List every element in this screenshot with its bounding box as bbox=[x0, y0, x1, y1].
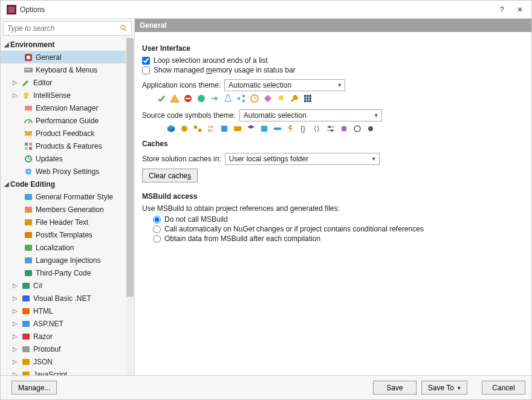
tree-item-c-[interactable]: ▷C# bbox=[1, 279, 134, 292]
tree-item-label: JavaScript bbox=[33, 370, 67, 376]
tree-item-json[interactable]: ▷JSON bbox=[1, 355, 134, 368]
cancel-button[interactable]: Cancel bbox=[482, 381, 525, 395]
tree-item-keyboard[interactable]: Keyboard & Menus bbox=[1, 63, 134, 76]
tree-item-feedback[interactable]: Product Feedback bbox=[1, 127, 134, 140]
svg-rect-21 bbox=[25, 194, 32, 200]
svg-point-43 bbox=[279, 95, 284, 100]
tree-section-code-editing[interactable]: ◢ Code Editing bbox=[1, 178, 134, 190]
tree-item-products[interactable]: Products & Features bbox=[1, 140, 134, 152]
tree-item-members-generation[interactable]: Members Generation bbox=[1, 203, 134, 216]
close-button[interactable]: ✕ bbox=[511, 1, 529, 19]
globe-icon bbox=[24, 167, 33, 176]
chevron-right-icon: ▷ bbox=[11, 320, 19, 327]
tree-item-updates[interactable]: Updates bbox=[1, 152, 134, 165]
package-icon bbox=[246, 124, 256, 134]
loop-checkbox[interactable] bbox=[142, 57, 150, 65]
arrow-icon bbox=[210, 94, 219, 103]
svg-rect-11 bbox=[25, 97, 27, 98]
tree-item-extension-manager[interactable]: Extension Manager bbox=[1, 102, 134, 114]
clear-caches-button[interactable]: Clear caches bbox=[142, 169, 198, 182]
svg-text:{}: {} bbox=[300, 124, 305, 133]
scrollbar-thumb[interactable] bbox=[126, 38, 134, 297]
chevron-right-icon: ▷ bbox=[11, 308, 19, 314]
tree-item-label: Products & Features bbox=[36, 142, 102, 150]
tree-item-asp-net[interactable]: ▷ASP.NET bbox=[1, 317, 134, 330]
svg-rect-37 bbox=[186, 98, 190, 99]
checkbox-loop-selection[interactable]: Loop selection around ends of a list bbox=[142, 56, 524, 65]
content-title: General bbox=[135, 19, 531, 32]
svg-point-39 bbox=[238, 97, 240, 100]
icons-theme-label: Application icons theme: bbox=[142, 81, 221, 89]
manage-button[interactable]: Manage... bbox=[11, 381, 57, 395]
tree-item-label: Performance Guide bbox=[36, 117, 99, 125]
memory-checkbox[interactable] bbox=[142, 66, 150, 74]
tree-item-label: JSON bbox=[33, 358, 53, 366]
save-button[interactable]: Save bbox=[373, 381, 417, 395]
tree-item-general[interactable]: General bbox=[1, 51, 134, 63]
svg-rect-47 bbox=[198, 129, 201, 132]
tree-item-label: IntelliSense bbox=[33, 91, 71, 100]
tree-item-label: Postfix Templates bbox=[36, 231, 92, 239]
chevron-right-icon: ▷ bbox=[11, 79, 19, 86]
tree-section-environment[interactable]: ◢ Environment bbox=[1, 38, 134, 51]
radio-input[interactable] bbox=[153, 235, 161, 243]
svg-rect-31 bbox=[22, 321, 30, 327]
tree-item-file-header-text[interactable]: File Header Text bbox=[1, 216, 134, 228]
radio-input[interactable] bbox=[153, 225, 161, 233]
svg-rect-32 bbox=[22, 334, 30, 340]
section-caches: Caches bbox=[142, 140, 524, 148]
field-icon bbox=[273, 124, 282, 134]
tree-item-label: Keyboard & Menus bbox=[36, 66, 97, 74]
tree-item-label: Razor bbox=[33, 332, 53, 341]
class-icon bbox=[180, 124, 189, 134]
radio-auto-msbuild[interactable]: Call automatically on NuGet changes or i… bbox=[153, 225, 524, 233]
loop-label: Loop selection around ends of a list bbox=[154, 56, 268, 65]
tree-item-visual-basic-net[interactable]: ▷Visual Basic .NET bbox=[1, 292, 134, 305]
tree-item-javascript[interactable]: ▷JavaScript bbox=[1, 368, 134, 375]
vb-icon bbox=[21, 294, 31, 303]
svg-rect-27 bbox=[25, 270, 32, 276]
tree-item-intellisense[interactable]: ▷ IntelliSense bbox=[1, 89, 134, 102]
tree-item-third-party-code[interactable]: Third-Party Code bbox=[1, 266, 134, 279]
flask-icon bbox=[223, 94, 233, 103]
blocks-icon bbox=[24, 141, 33, 151]
tree-item-label: C# bbox=[33, 282, 42, 290]
radio-input[interactable] bbox=[153, 216, 161, 224]
checkbox-memory-usage[interactable]: Show managed memory usage in status bar bbox=[142, 66, 524, 74]
tree-item-razor[interactable]: ▷Razor bbox=[1, 330, 134, 343]
svg-rect-28 bbox=[22, 283, 30, 289]
event-icon bbox=[286, 124, 296, 134]
chevron-right-icon: ▷ bbox=[11, 295, 19, 302]
options-tree[interactable]: ◢ Environment General Keyboard & Menus ▷… bbox=[1, 38, 134, 375]
search-input[interactable] bbox=[3, 21, 132, 36]
radio-label: Obtain data from MSBuild after each comp… bbox=[164, 234, 320, 243]
tree-item-performance[interactable]: Performance Guide bbox=[1, 114, 134, 127]
tree-item-label: General Formatter Style bbox=[36, 193, 113, 201]
tree-item-localization[interactable]: Localization bbox=[1, 241, 134, 254]
tree-item-html[interactable]: ▷HTML bbox=[1, 305, 134, 317]
tree-section-label: Code Editing bbox=[10, 180, 55, 189]
svg-point-59 bbox=[354, 126, 360, 132]
chevron-right-icon: ▷ bbox=[11, 346, 19, 352]
store-caches-dropdown[interactable]: User local settings folder ▼ bbox=[225, 153, 380, 165]
msbuild-intro: Use MSBuild to obtain project references… bbox=[142, 204, 524, 213]
tree-item-label: Localization bbox=[36, 244, 74, 252]
symbols-theme-dropdown[interactable]: Automatic selection ▼ bbox=[239, 109, 382, 121]
save-to-button[interactable]: Save To bbox=[421, 381, 467, 395]
radio-each-compilation[interactable]: Obtain data from MSBuild after each comp… bbox=[153, 234, 524, 243]
tree-item-general-formatter-style[interactable]: General Formatter Style bbox=[1, 190, 134, 203]
tree-item-editor[interactable]: ▷ Editor bbox=[1, 76, 134, 89]
tree-item-postfix-templates[interactable]: Postfix Templates bbox=[1, 228, 134, 241]
help-button[interactable]: ? bbox=[493, 1, 511, 19]
tree-item-language-injections[interactable]: Language Injections bbox=[1, 254, 134, 266]
symbols-theme-preview: {} ⟨⟩ bbox=[166, 124, 524, 134]
svg-rect-34 bbox=[22, 359, 30, 365]
svg-rect-1 bbox=[8, 7, 15, 13]
bulb-icon bbox=[276, 94, 286, 103]
tree-item-proxy[interactable]: Web Proxy Settings bbox=[1, 165, 134, 178]
tree-item-protobuf[interactable]: ▷Protobuf bbox=[1, 343, 134, 355]
icons-theme-dropdown[interactable]: Automatic selection ▼ bbox=[224, 79, 345, 91]
tree-scrollbar[interactable] bbox=[126, 38, 134, 375]
radio-no-msbuild[interactable]: Do not call MSBuild bbox=[153, 215, 524, 224]
icons-theme-preview bbox=[157, 94, 524, 103]
